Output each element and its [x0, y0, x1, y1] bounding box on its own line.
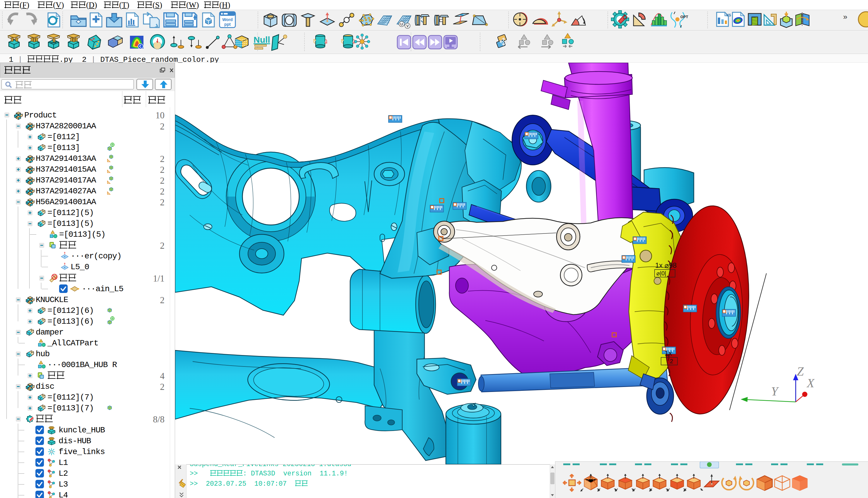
svg-text:X: X — [806, 377, 815, 390]
svg-text:2: 2 — [670, 358, 673, 364]
svg-text:Y: Y — [771, 385, 779, 398]
svg-text:⌀|0|: ⌀|0| — [656, 270, 666, 277]
svg-text:1x ⌀98: 1x ⌀98 — [655, 261, 677, 269]
svg-text:1x: 1x — [665, 349, 672, 357]
svg-text:Z: Z — [797, 365, 804, 378]
svg-text:Null: Null — [254, 35, 270, 44]
